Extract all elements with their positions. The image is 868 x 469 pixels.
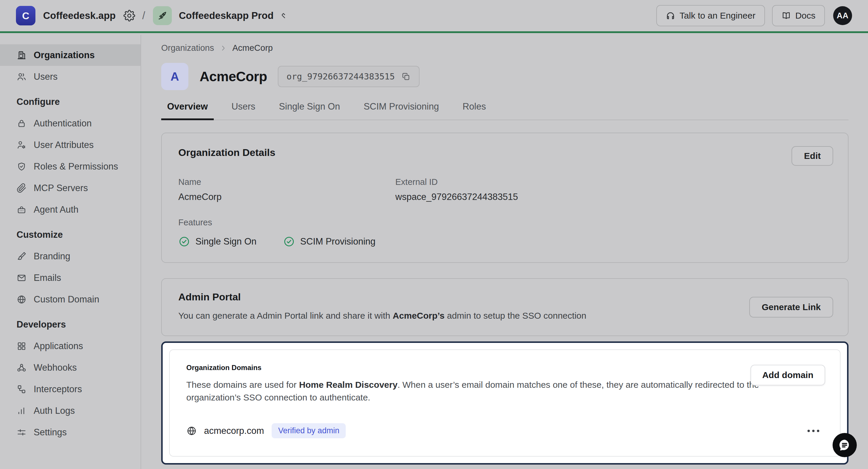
webhook-icon [17, 363, 27, 373]
sidebar-item-interceptors[interactable]: Interceptors [0, 378, 141, 400]
sidebar-item-label: Auth Logs [34, 406, 75, 416]
tab-users[interactable]: Users [225, 101, 261, 120]
tab-overview[interactable]: Overview [161, 101, 214, 120]
sidebar-item-auth-logs[interactable]: Auth Logs [0, 400, 141, 421]
talk-to-engineer-button[interactable]: Talk to an Engineer [656, 5, 765, 26]
highlight-outline: Organization Domains These domains are u… [161, 342, 848, 465]
sidebar-item-label: MCP Servers [34, 183, 88, 194]
sidebar-item-applications[interactable]: Applications [0, 335, 141, 357]
more-horizontal-icon[interactable] [805, 427, 822, 435]
environment-selector[interactable]: Coffeedeskapp Prod [179, 10, 274, 21]
bar-chart-icon [17, 406, 27, 416]
add-domain-button[interactable]: Add domain [750, 365, 825, 385]
external-id-field: External ID wspace_97926637244383515 [395, 177, 833, 202]
sidebar-item-branding[interactable]: Branding [0, 245, 141, 267]
verified-badge: Verified by admin [272, 423, 346, 438]
rocket-icon [157, 10, 168, 21]
page-title: AcmeCorp [199, 68, 267, 85]
card-title: Admin Portal [178, 291, 833, 303]
details-grid: Name AcmeCorp External ID wspace_9792663… [178, 177, 833, 202]
tab-roles[interactable]: Roles [457, 101, 492, 120]
building-icon [17, 50, 27, 60]
headphones-icon [666, 11, 675, 20]
feature-single-sign-on: Single Sign On [178, 236, 256, 247]
admin-portal-description: You can generate a Admin Portal link and… [178, 309, 833, 322]
sidebar-item-label: Authentication [34, 118, 92, 129]
copy-icon[interactable] [401, 72, 411, 81]
description-bold: AcmeCorp’s [393, 311, 445, 320]
sidebar-item-user-attributes[interactable]: User Attributes [0, 134, 141, 156]
org-id-value: org_97926637244383515 [287, 71, 395, 82]
feature-scim-provisioning: SCIM Provisioning [283, 236, 376, 247]
name-field: Name AcmeCorp [178, 177, 395, 202]
app-logo[interactable]: C [16, 6, 35, 25]
sidebar: Organizations Users Configure Authentica… [0, 35, 141, 469]
tab-bar: Overview Users Single Sign On SCIM Provi… [161, 101, 848, 120]
talk-to-engineer-label: Talk to an Engineer [680, 11, 755, 21]
edit-button[interactable]: Edit [792, 146, 833, 166]
sidebar-item-label: Applications [34, 341, 83, 351]
mcp-icon [17, 183, 27, 193]
interceptor-icon [17, 384, 27, 394]
sidebar-item-label: Interceptors [34, 384, 82, 394]
sidebar-item-roles-permissions[interactable]: Roles & Permissions [0, 156, 141, 177]
sidebar-section-customize: Customize [0, 224, 141, 245]
user-avatar[interactable]: AA [833, 6, 852, 25]
card-title: Organization Domains [186, 363, 825, 372]
features-block: Features Single Sign On SCIM Provisionin… [178, 218, 833, 247]
generate-link-button[interactable]: Generate Link [749, 297, 833, 318]
breadcrumb-organizations[interactable]: Organizations [161, 43, 214, 53]
chevron-right-icon [219, 44, 227, 52]
tab-scim-provisioning[interactable]: SCIM Provisioning [358, 101, 445, 120]
feature-label: SCIM Provisioning [300, 236, 376, 247]
user-initials: AA [837, 11, 848, 20]
name-value: AcmeCorp [178, 192, 395, 202]
external-id-label: External ID [395, 177, 833, 187]
mail-icon [17, 273, 27, 283]
app-logo-letter: C [22, 10, 30, 22]
tab-single-sign-on[interactable]: Single Sign On [273, 101, 346, 120]
sidebar-item-authentication[interactable]: Authentication [0, 113, 141, 134]
features-label: Features [178, 218, 833, 227]
environment-badge[interactable] [153, 6, 172, 25]
organization-domains-card: Organization Domains These domains are u… [169, 349, 841, 457]
book-icon [781, 11, 791, 20]
organization-details-card: Organization Details Edit Name AcmeCorp … [161, 133, 848, 263]
breadcrumb: Organizations AcmeCorp [161, 43, 848, 53]
sidebar-item-label: User Attributes [34, 140, 94, 150]
check-circle-icon [283, 236, 295, 247]
description-text: admin to setup the SSO connection [445, 311, 586, 320]
sidebar-item-custom-domain[interactable]: Custom Domain [0, 289, 141, 310]
user-gear-icon [17, 140, 27, 150]
description-bold: Home Realm Discovery [299, 380, 398, 389]
sidebar-item-emails[interactable]: Emails [0, 267, 141, 289]
sidebar-item-agent-auth[interactable]: Agent Auth [0, 199, 141, 220]
docs-button[interactable]: Docs [772, 5, 825, 26]
domain-row: acmecorp.com Verified by admin [186, 423, 825, 438]
sidebar-item-label: Settings [34, 427, 67, 438]
sliders-icon [17, 427, 27, 437]
paintbrush-icon [17, 251, 27, 261]
sidebar-item-organizations[interactable]: Organizations [0, 44, 141, 66]
sidebar-item-webhooks[interactable]: Webhooks [0, 357, 141, 378]
breadcrumb-slash: / [142, 9, 145, 22]
sidebar-item-settings[interactable]: Settings [0, 421, 141, 443]
org-id-pill: org_97926637244383515 [278, 66, 420, 87]
app-name: Coffeedesk.app [43, 10, 116, 21]
chat-bubble-icon [838, 438, 851, 452]
chevrons-up-down-icon[interactable] [279, 11, 288, 20]
sidebar-item-label: Branding [34, 251, 70, 262]
name-label: Name [178, 177, 395, 187]
gear-icon[interactable] [123, 10, 135, 22]
sidebar-item-label: Emails [34, 272, 61, 283]
sidebar-item-mcp-servers[interactable]: MCP Servers [0, 177, 141, 199]
main-content: Organizations AcmeCorp A AcmeCorp org_97… [142, 35, 868, 469]
sidebar-item-label: Custom Domain [34, 294, 99, 305]
domain-name: acmecorp.com [204, 426, 264, 436]
feature-label: Single Sign On [195, 236, 256, 247]
agent-icon [17, 205, 27, 215]
sidebar-item-users[interactable]: Users [0, 66, 141, 87]
sidebar-section-configure: Configure [0, 91, 141, 113]
chat-widget-button[interactable] [833, 433, 857, 457]
users-icon [17, 72, 27, 82]
